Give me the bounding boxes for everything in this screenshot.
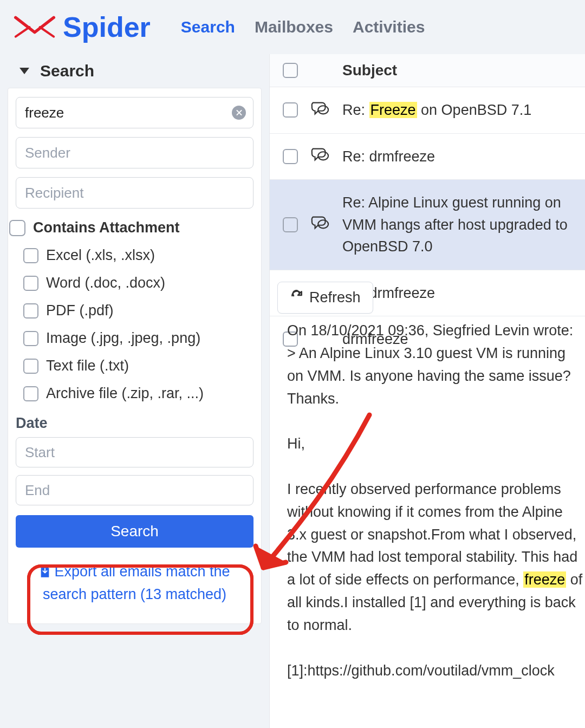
refresh-icon <box>290 289 304 307</box>
contains-attachment-row[interactable]: Contains Attachment <box>9 214 253 242</box>
sender-input[interactable] <box>16 137 253 168</box>
message-row[interactable]: Re: Freeze on OpenBSD 7.1 <box>270 87 585 134</box>
row-checkbox[interactable] <box>283 149 298 164</box>
nav-search[interactable]: Search <box>181 18 235 36</box>
thread-icon <box>311 146 329 166</box>
export-link[interactable]: Export all emails match the search patte… <box>16 548 253 610</box>
subject-column-header[interactable]: Subject <box>314 62 397 79</box>
checkbox-excel[interactable] <box>23 248 38 263</box>
search-panel-header[interactable]: Search <box>8 54 262 88</box>
message-row[interactable]: Re: Alpine Linux guest running on VMM ha… <box>270 180 585 270</box>
refresh-button[interactable]: Refresh <box>277 282 373 314</box>
date-section-label: Date <box>16 407 253 437</box>
top-nav: Search Mailboxes Activities <box>181 18 425 36</box>
clear-query-icon[interactable] <box>232 106 246 120</box>
nav-activities[interactable]: Activities <box>353 18 425 36</box>
export-link-text: Export all emails match the search patte… <box>43 563 230 602</box>
search-sidebar: Search Contains Attachment Excel (.xls, … <box>0 54 269 728</box>
contains-attachment-label: Contains Attachment <box>33 219 180 236</box>
attach-type-label: Word (.doc, .docx) <box>46 275 165 291</box>
contains-attachment-checkbox[interactable] <box>9 220 25 236</box>
attach-type-excel[interactable]: Excel (.xls, .xlsx) <box>16 242 253 269</box>
row-checkbox[interactable] <box>283 217 298 232</box>
row-subject: Re: drmfreeze <box>342 146 435 168</box>
query-input[interactable] <box>16 97 253 128</box>
checkbox-text[interactable] <box>23 359 38 374</box>
thread-icon <box>311 214 329 235</box>
attach-type-label: Archive file (.zip, .rar, ...) <box>46 385 204 402</box>
checkbox-pdf[interactable] <box>23 303 38 318</box>
logo-block[interactable]: Spider <box>13 11 151 43</box>
brand-name: Spider <box>63 11 151 43</box>
svg-point-0 <box>318 106 328 114</box>
date-end-input[interactable] <box>16 475 253 505</box>
attach-type-label: Text file (.txt) <box>46 358 129 374</box>
checkbox-image[interactable] <box>23 331 38 346</box>
attach-type-image[interactable]: Image (.jpg, .jpeg, .png) <box>16 324 253 352</box>
app-header: Spider Search Mailboxes Activities <box>0 0 585 54</box>
list-header: Subject <box>270 54 585 87</box>
attach-type-archive[interactable]: Archive file (.zip, .rar, ...) <box>16 380 253 407</box>
nav-mailboxes[interactable]: Mailboxes <box>255 18 333 36</box>
download-icon <box>39 563 51 577</box>
message-row[interactable]: Re: drmfreeze <box>270 134 585 180</box>
checkbox-word[interactable] <box>23 276 38 291</box>
search-button[interactable]: Search <box>16 515 253 548</box>
attach-type-text[interactable]: Text file (.txt) <box>16 352 253 380</box>
thread-icon <box>311 100 329 120</box>
svg-point-1 <box>318 152 328 160</box>
message-list: Subject Re: Freeze on OpenBSD 7.1 Re: dr… <box>270 54 585 362</box>
attach-type-pdf[interactable]: PDF (.pdf) <box>16 297 253 324</box>
checkbox-archive[interactable] <box>23 386 38 401</box>
attach-type-word[interactable]: Word (.doc, .docx) <box>16 269 253 297</box>
results-pane: Subject Re: Freeze on OpenBSD 7.1 Re: dr… <box>269 54 585 728</box>
caret-down-icon <box>20 68 29 74</box>
recipient-input[interactable] <box>16 177 253 209</box>
message-preview: On 18/10/2021 09:36, Siegfried Levin wro… <box>287 320 585 728</box>
envelope-logo-icon <box>13 14 56 41</box>
row-subject: Re: Freeze on OpenBSD 7.1 <box>342 99 531 121</box>
attach-type-label: Image (.jpg, .jpeg, .png) <box>46 330 200 347</box>
refresh-label: Refresh <box>309 289 361 306</box>
search-panel-title: Search <box>40 62 94 80</box>
row-checkbox[interactable] <box>283 102 298 118</box>
date-start-input[interactable] <box>16 437 253 467</box>
search-panel: Contains Attachment Excel (.xls, .xlsx) … <box>8 88 262 624</box>
select-all-checkbox[interactable] <box>283 63 298 78</box>
svg-point-2 <box>318 220 328 229</box>
attach-type-label: PDF (.pdf) <box>46 302 114 319</box>
row-subject: Re: Alpine Linux guest running on VMM ha… <box>342 192 585 258</box>
attach-type-label: Excel (.xls, .xlsx) <box>46 247 155 264</box>
